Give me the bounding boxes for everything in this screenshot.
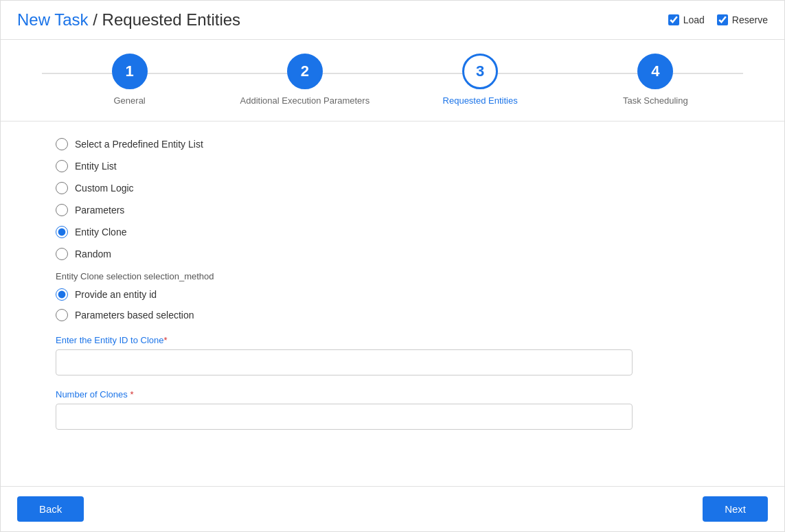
radio-predefined[interactable]: Select a Predefined Entity List [56,138,729,150]
sub-radio-group: Provide an entity id Parameters based se… [56,288,729,321]
sub-radio-provide-entity-label: Provide an entity id [75,289,157,300]
form-content: Select a Predefined Entity List Entity L… [1,122,784,486]
step-3-circle: 3 [462,54,498,89]
stepper-section: 1 General 2 Additional Execution Paramet… [1,40,784,122]
step-2: 2 Additional Execution Parameters [217,54,392,107]
step-2-circle: 2 [287,54,323,89]
step-4-label: Task Scheduling [623,95,688,107]
radio-custom-logic-label: Custom Logic [75,183,134,194]
radio-entity-list-input[interactable] [56,160,68,172]
title-rest-part: Requested Entities [102,10,240,29]
subsection-label: Entity Clone selection selection_method [56,271,729,281]
step-1: 1 General [42,54,217,107]
num-clones-label: Number of Clones * [56,389,729,400]
reserve-checkbox[interactable] [717,14,728,25]
entity-id-required: * [164,335,168,345]
num-clones-input[interactable] [56,404,633,430]
radio-parameters-label: Parameters [75,205,124,216]
radio-parameters-input[interactable] [56,204,68,216]
entity-id-input[interactable] [56,349,633,375]
load-label: Load [683,14,705,25]
radio-custom-logic-input[interactable] [56,182,68,194]
header: New Task / Requested Entities Load Reser… [1,1,784,40]
radio-entity-clone-label: Entity Clone [75,227,126,238]
step-3: 3 Requested Entities [393,54,568,107]
header-checkboxes: Load Reserve [668,14,768,25]
num-clones-required: * [130,389,133,400]
reserve-label: Reserve [732,14,768,25]
num-clones-section: Number of Clones * [56,389,729,430]
sub-radio-params-based[interactable]: Parameters based selection [56,309,729,321]
radio-entity-clone[interactable]: Entity Clone [56,226,729,238]
entity-id-section: Enter the Entity ID to Clone* [56,335,729,375]
sub-radio-params-based-input[interactable] [56,309,68,321]
load-checkbox[interactable] [668,14,679,25]
step-4: 4 Task Scheduling [568,54,743,107]
page-title: New Task / Requested Entities [17,10,240,30]
step-1-label: General [114,95,146,107]
radio-parameters[interactable]: Parameters [56,204,729,216]
title-blue-part: New Task [17,10,89,29]
stepper: 1 General 2 Additional Execution Paramet… [42,54,743,107]
radio-random[interactable]: Random [56,248,729,260]
step-3-label: Requested Entities [443,95,518,107]
radio-predefined-label: Select a Predefined Entity List [75,139,203,150]
radio-entity-list-label: Entity List [75,161,117,172]
load-checkbox-label[interactable]: Load [668,14,705,25]
sub-radio-provide-entity-input[interactable] [56,288,68,301]
radio-entity-list[interactable]: Entity List [56,160,729,172]
step-4-circle: 4 [637,54,673,89]
radio-predefined-input[interactable] [56,138,68,150]
radio-entity-clone-input[interactable] [56,226,68,238]
entity-id-label: Enter the Entity ID to Clone* [56,335,729,345]
sub-radio-provide-entity[interactable]: Provide an entity id [56,288,729,301]
radio-random-input[interactable] [56,248,68,260]
sub-radio-params-based-label: Parameters based selection [75,310,194,321]
step-1-circle: 1 [112,54,148,89]
reserve-checkbox-label[interactable]: Reserve [717,14,768,25]
next-button[interactable]: Next [703,496,768,522]
radio-random-label: Random [75,248,111,259]
radio-custom-logic[interactable]: Custom Logic [56,182,729,194]
step-2-label: Additional Execution Parameters [240,95,370,107]
back-button[interactable]: Back [17,496,84,522]
title-separator: / [89,10,102,29]
entity-type-radio-group: Select a Predefined Entity List Entity L… [56,138,729,260]
footer: Back Next [1,486,784,531]
